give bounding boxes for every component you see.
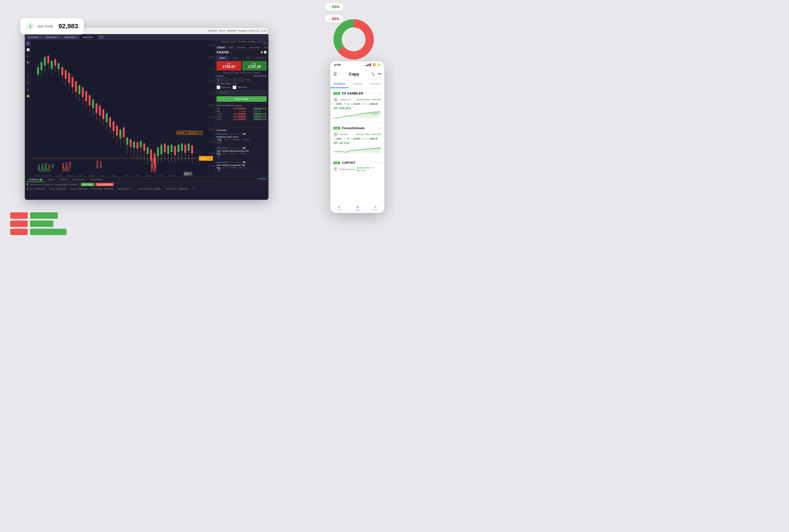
tab-news[interactable]: News bbox=[263, 46, 268, 49]
share-icon-3[interactable]: ↗ bbox=[379, 161, 381, 165]
tab-close-icon[interactable]: × bbox=[76, 36, 77, 38]
settings-icon[interactable]: ⚙ bbox=[26, 87, 30, 92]
comment-input[interactable] bbox=[217, 90, 267, 95]
volume-input[interactable] bbox=[217, 78, 228, 82]
svg-text:1780.00: 1780.00 bbox=[208, 55, 214, 59]
nav-item-copy[interactable]: ⊕ Copy bbox=[349, 203, 367, 213]
place-order-button[interactable]: Place Order bbox=[217, 96, 267, 102]
share-icon-2[interactable]: ↗ bbox=[379, 127, 381, 130]
tab-gbpusd[interactable]: GBP/USD × bbox=[62, 35, 79, 39]
chart-area: ≡ 📊 ✏ 🔍 + ⊕ ⚙ 🔔 1785.00 bbox=[25, 40, 268, 176]
svg-rect-65 bbox=[113, 121, 114, 131]
tab-orders[interactable]: Orders bbox=[45, 178, 57, 182]
nav-item-trade[interactable]: 📈 Trade bbox=[330, 203, 349, 213]
share-icon-1[interactable]: ↗ bbox=[379, 92, 381, 95]
symbol-name: XAUUSD bbox=[217, 51, 229, 54]
take-profit-check[interactable] bbox=[232, 86, 236, 89]
feedback-link[interactable]: Feedback bbox=[258, 178, 267, 182]
svg-text:16:00: 16:00 bbox=[100, 174, 105, 176]
svg-rect-63 bbox=[109, 117, 111, 127]
drawing-icon[interactable]: ✏ bbox=[26, 54, 30, 59]
tab-copying[interactable]: Copying bbox=[349, 80, 367, 88]
zoom-icon[interactable]: ⊕ bbox=[26, 81, 30, 86]
trade-nav-icon: 📈 bbox=[338, 205, 341, 209]
volume-label: Volume bbox=[217, 75, 223, 77]
alert-icon[interactable]: 🔔 bbox=[26, 94, 30, 98]
svg-text:24 Aug: 24 Aug bbox=[170, 174, 175, 176]
tab-transactions[interactable]: Transactions bbox=[87, 178, 105, 182]
tab-xauusd[interactable]: XAU/USD × bbox=[80, 35, 97, 39]
svg-text:12.7%: 12.7% bbox=[372, 113, 378, 115]
indicator-icon[interactable]: 📊 bbox=[26, 48, 30, 52]
trader-avatar-3: T bbox=[333, 167, 338, 171]
search-icon[interactable]: 🔍 bbox=[26, 60, 30, 65]
svg-text:16:00: 16:00 bbox=[184, 174, 188, 176]
trader-info-row-2: A alecaso All time ROI: +245.91% bbox=[333, 132, 381, 136]
tab-close-icon[interactable]: × bbox=[40, 36, 41, 38]
settings-gear-icon[interactable]: ⚙ bbox=[192, 188, 194, 190]
order-stoplimit-tab[interactable]: Stop Limit bbox=[255, 56, 267, 60]
star-icon-1[interactable]: ☆ bbox=[374, 91, 377, 95]
symbol-selector-row: XAUUSD ▼ ⭐ 📊 bbox=[215, 50, 268, 55]
direction-filter[interactable]: All Directions (Default) ▼ bbox=[30, 184, 53, 186]
tab-eurusd[interactable]: EUR/USD × bbox=[44, 35, 61, 39]
close-all-button[interactable]: Close (Disabled) bbox=[95, 183, 114, 186]
mobile-menu-icon[interactable]: ☰ bbox=[333, 72, 337, 76]
trader-name-1[interactable]: FX GAMBLER bbox=[342, 92, 372, 95]
pips-input[interactable] bbox=[233, 78, 245, 82]
svg-text:22:00: 22:00 bbox=[57, 174, 61, 176]
tab-close-icon[interactable]: × bbox=[58, 36, 59, 38]
new-order-bottom-button[interactable]: New Order bbox=[81, 183, 94, 186]
nav-item-system[interactable]: ⚙ System bbox=[366, 203, 384, 213]
system-nav-label: System bbox=[372, 209, 378, 211]
svg-rect-57 bbox=[99, 105, 101, 115]
donut-label-35: ↑ 35% bbox=[325, 3, 343, 11]
sell-button[interactable]: Sell 1736.97 bbox=[217, 61, 241, 71]
tab-symbol[interactable]: Symbol bbox=[216, 46, 226, 49]
tab-calendar[interactable]: Calendar bbox=[235, 46, 247, 49]
tab-add[interactable]: + bbox=[98, 35, 104, 39]
cal-time-note-2: Time: in 2 hours bbox=[229, 147, 242, 149]
svg-rect-137 bbox=[62, 167, 63, 171]
star-icon-2[interactable]: ☆ bbox=[374, 126, 377, 130]
trader-name-3[interactable]: COPYDT bbox=[342, 161, 372, 165]
order-stop-tab[interactable]: Stop bbox=[242, 56, 254, 60]
tab-dom[interactable]: DoM bbox=[227, 46, 234, 49]
svg-rect-109 bbox=[188, 144, 189, 151]
tab-btcusd[interactable]: BTC/USD × bbox=[26, 35, 43, 39]
tab-price-alerts[interactable]: Price Alerts bbox=[70, 178, 87, 182]
chart-mode-icon[interactable]: ≡ bbox=[26, 41, 30, 46]
mobile-search-icon[interactable]: 🔍 bbox=[371, 72, 375, 76]
buy-button[interactable]: Buy 1737.19 bbox=[242, 61, 267, 71]
cal-consensus-2: Consensus bbox=[228, 153, 237, 158]
cal-impact-2: 52 bbox=[217, 153, 220, 158]
svg-rect-121 bbox=[100, 161, 101, 169]
svg-rect-83 bbox=[143, 144, 145, 151]
order-market-tab[interactable]: Market bbox=[217, 56, 229, 60]
tab-close-icon[interactable]: × bbox=[94, 36, 95, 38]
copy-nav-label: Copy bbox=[355, 209, 359, 211]
crosshair-icon[interactable]: + bbox=[26, 74, 30, 79]
tab-history[interactable]: History bbox=[57, 178, 70, 182]
aggregation-filter[interactable]: Not Aggregated (Default) ▼ bbox=[55, 184, 80, 186]
mobile-more-icon[interactable]: ••• bbox=[378, 72, 381, 76]
svg-text:1760.00: 1760.00 bbox=[208, 103, 214, 107]
tab-favorites[interactable]: Favorites bbox=[366, 80, 384, 88]
cal-previous-1: Previous bbox=[243, 138, 249, 144]
svg-rect-31 bbox=[54, 59, 56, 65]
order-limit-tab[interactable]: Limit bbox=[229, 56, 242, 60]
status-margin: Margin: EUR 0.00 bbox=[70, 188, 87, 190]
svg-text:13:00: 13:00 bbox=[124, 174, 128, 176]
tab-strategies[interactable]: Strategies bbox=[330, 80, 349, 88]
stop-loss-checkbox[interactable]: Stop Loss bbox=[217, 86, 230, 89]
star-icon-3[interactable]: ☆ bbox=[374, 161, 377, 165]
trader-name-2[interactable]: FocusOnGoals bbox=[342, 126, 372, 130]
tab-positions[interactable]: Positions 2 bbox=[26, 178, 45, 182]
take-profit-checkbox[interactable]: Take Profit bbox=[232, 86, 247, 89]
wifi-icon: 📶 bbox=[373, 63, 376, 66]
trader-username-1: shabicm1t bbox=[340, 98, 350, 101]
svg-rect-51 bbox=[89, 95, 91, 105]
tab-autochartist[interactable]: Autochartist bbox=[248, 46, 262, 49]
stop-loss-check[interactable] bbox=[217, 86, 220, 89]
cal-consensus-1: Consensus bbox=[231, 138, 240, 144]
